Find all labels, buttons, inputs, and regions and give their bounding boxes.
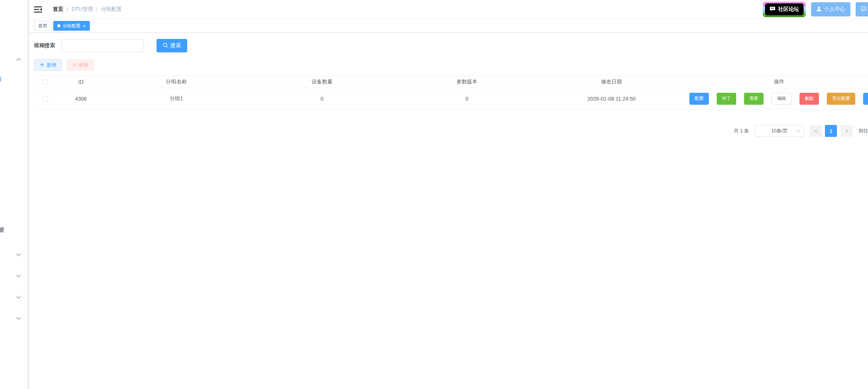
sidebar: 置 [0,0,29,389]
export-config-button[interactable]: 导出配置 [827,93,855,105]
chevron-down-icon[interactable] [16,294,21,300]
breadcrumb-separator: / [96,6,98,12]
community-forum-button[interactable]: 社区论坛 [763,1,806,17]
delete-button-disabled[interactable]: 删除 [67,59,94,71]
search-icon [163,43,168,49]
user-icon [816,6,822,13]
close-icon[interactable]: × [83,24,86,28]
chevron-down-icon[interactable] [16,272,21,279]
view-button[interactable]: 查看 [744,93,764,105]
pagination: 共 1 条 10条/页 1 前往 [34,125,868,137]
breadcrumb: 首页 / DTU管理 / 分组配置 [53,0,122,19]
search-row: 模糊搜索 搜索 [34,39,868,52]
configure-button[interactable]: 配置 [689,93,709,105]
profile-label: 个人中心 [824,6,845,13]
column-header-modified-date: 修改日期 [537,79,686,85]
next-page-button[interactable] [841,125,853,137]
topbar-actions: 社区论坛 个人中心 消息 [763,1,868,18]
add-button[interactable]: 新增 [34,59,62,71]
community-forum-label: 社区论坛 [778,6,799,13]
table-header-row: ID 分组名称 设备数量 参数版本 修改日期 操作 [34,76,868,88]
menu-fold-icon[interactable] [34,6,42,15]
goto-page-label: 前往 [859,128,868,134]
close-icon [72,62,76,68]
active-dot-icon [57,24,60,27]
messages-button[interactable]: 消息 [856,2,868,16]
patch-button[interactable]: 补丁 [717,93,736,105]
cell-id: 4306 [57,96,105,102]
content: 模糊搜索 搜索 新增 删除 [29,39,868,137]
breadcrumb-dtu[interactable]: DTU管理 [72,6,93,13]
row-actions: 配置 补丁 查看 编辑 删除 导出配置 [686,93,868,105]
tab-bar: 首页 分组配置 × [29,19,868,33]
current-page-button[interactable]: 1 [825,125,837,137]
toolbar: 新增 删除 [34,59,868,71]
select-all-checkbox[interactable] [43,79,48,85]
search-button-label: 搜索 [170,42,181,49]
column-header-id[interactable]: ID [57,79,105,85]
cell-modified-date: 2026-01-08 11:24:50 [537,96,686,102]
search-button[interactable]: 搜索 [157,39,187,52]
row-checkbox[interactable] [43,96,48,101]
row-delete-button[interactable]: 删除 [799,93,819,105]
add-button-label: 新增 [46,62,56,68]
groups-table: ID 分组名称 设备数量 参数版本 修改日期 操作 4306 分组1 0 0 2… [34,76,868,109]
tab-home[interactable]: 首页 [34,21,51,31]
arrow-right-icon [846,129,848,133]
chevron-up-icon[interactable] [16,56,21,62]
column-header-actions: 操作 [686,79,868,85]
main-area: 首页 / DTU管理 / 分组配置 社区论坛 个人中心 [29,0,868,137]
cell-group-name: 分组1 [105,95,248,102]
tab-group-config-label: 分组配置 [63,23,81,29]
cell-device-count: 0 [248,96,397,102]
search-input[interactable] [61,39,144,52]
delete-button-label: 删除 [79,62,88,68]
cell-param-version: 0 [397,96,537,102]
page-size-select[interactable]: 10条/页 [755,125,804,137]
message-icon [861,6,867,13]
chevron-down-icon[interactable] [16,251,21,258]
fuzzy-search-label: 模糊搜索 [34,42,55,49]
breadcrumb-current: 分组配置 [101,6,122,13]
chevron-down-icon [796,130,800,132]
sidebar-active-sliver [0,77,1,82]
breadcrumb-home[interactable]: 首页 [53,6,63,13]
top-navbar: 首页 / DTU管理 / 分组配置 社区论坛 个人中心 [29,0,868,19]
column-header-param-version: 参数版本 [397,79,537,85]
prev-page-button[interactable] [810,125,822,137]
arrow-left-icon [815,129,817,133]
plus-icon [40,62,44,68]
clipped-action-button[interactable] [863,93,868,105]
breadcrumb-separator: / [67,6,68,12]
column-header-group-name: 分组名称 [105,79,248,85]
page-size-value: 10条/页 [771,128,787,134]
sidebar-cut-menu-text[interactable]: 置 [0,227,4,234]
profile-button[interactable]: 个人中心 [811,2,850,16]
comment-icon [770,6,776,13]
tab-group-config[interactable]: 分组配置 × [53,21,90,31]
chevron-down-icon[interactable] [16,315,21,321]
total-count: 共 1 条 [734,128,749,134]
tab-home-label: 首页 [38,23,47,29]
column-header-device-count: 设备数量 [248,79,397,85]
table-row: 4306 分组1 0 0 2026-01-08 11:24:50 配置 补丁 查… [34,88,868,109]
edit-button[interactable]: 编辑 [771,93,792,105]
